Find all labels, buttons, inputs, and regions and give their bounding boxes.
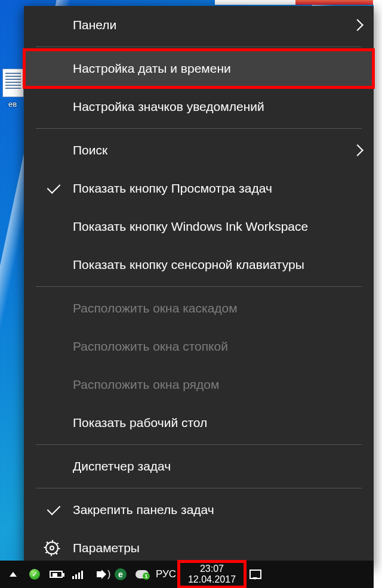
language-indicator[interactable]: РУС [153, 568, 179, 580]
menu-item[interactable]: Показать кнопку Просмотра задач [24, 169, 374, 208]
menu-item[interactable]: Поиск [24, 131, 374, 169]
menu-item[interactable]: Панели [24, 6, 374, 44]
menu-item: Расположить окна стопкой [24, 327, 374, 366]
menu-item-label: Панели [73, 18, 116, 32]
taskbar[interactable]: e 1 РУС 23:07 12.04.2017 [0, 561, 374, 588]
menu-item-label: Показать кнопку сенсорной клавиатуры [73, 258, 304, 272]
menu-item[interactable]: Показать кнопку сенсорной клавиатуры [24, 246, 374, 284]
menu-separator [36, 128, 362, 129]
menu-item[interactable]: Показать кнопку Windows Ink Workspace [24, 208, 374, 246]
security-icon[interactable] [24, 561, 45, 588]
desktop-file-icon[interactable]: ев [2, 69, 23, 109]
menu-item[interactable]: Настройка значков уведомлений [24, 88, 374, 126]
battery-icon[interactable] [45, 561, 67, 588]
menu-item-label: Диспетчер задач [73, 459, 171, 474]
taskbar-clock[interactable]: 23:07 12.04.2017 [179, 562, 245, 587]
chevron-right-icon [352, 144, 363, 156]
menu-item-label: Расположить окна каскадом [73, 301, 238, 315]
cloud-sync-icon[interactable]: 1 [131, 561, 153, 588]
menu-item-label: Параметры [73, 541, 140, 555]
clock-date: 12.04.2017 [180, 574, 244, 585]
menu-item-label: Поиск [73, 143, 107, 157]
network-icon[interactable] [67, 561, 88, 588]
chevron-right-icon [352, 19, 363, 31]
menu-separator [36, 444, 362, 445]
volume-icon[interactable] [88, 561, 110, 588]
desktop-icon-label: ев [2, 100, 23, 109]
menu-item-label: Показать кнопку Просмотра задач [73, 181, 272, 196]
tray-overflow-icon[interactable] [2, 561, 24, 588]
document-icon [2, 69, 24, 97]
menu-item-label: Показать рабочий стол [73, 416, 207, 430]
menu-item-label: Настройка значков уведомлений [73, 100, 264, 114]
menu-separator [36, 286, 362, 287]
menu-item-label: Расположить окна стопкой [73, 339, 228, 354]
menu-item-label: Настройка даты и времени [73, 61, 231, 76]
eset-icon[interactable]: e [110, 561, 131, 588]
action-center-icon[interactable] [245, 570, 266, 579]
check-icon [47, 180, 61, 194]
menu-item[interactable]: Диспетчер задач [24, 447, 374, 485]
menu-separator [36, 47, 362, 47]
menu-separator [36, 488, 362, 488]
system-tray: e 1 [2, 561, 153, 588]
clock-time: 23:07 [180, 564, 244, 574]
menu-item: Расположить окна рядом [24, 366, 374, 404]
check-icon [47, 502, 61, 515]
taskbar-context-menu: ПанелиНастройка даты и времениНастройка … [24, 6, 374, 567]
menu-item[interactable]: Закрепить панель задач [24, 491, 374, 529]
menu-item-label: Закрепить панель задач [73, 503, 214, 517]
menu-item[interactable]: Настройка даты и времени [24, 49, 374, 88]
menu-item-label: Расположить окна рядом [73, 377, 219, 392]
gear-icon [45, 541, 58, 555]
menu-item: Расположить окна каскадом [24, 289, 374, 327]
menu-item-label: Показать кнопку Windows Ink Workspace [73, 219, 308, 234]
menu-item[interactable]: Показать рабочий стол [24, 404, 374, 442]
